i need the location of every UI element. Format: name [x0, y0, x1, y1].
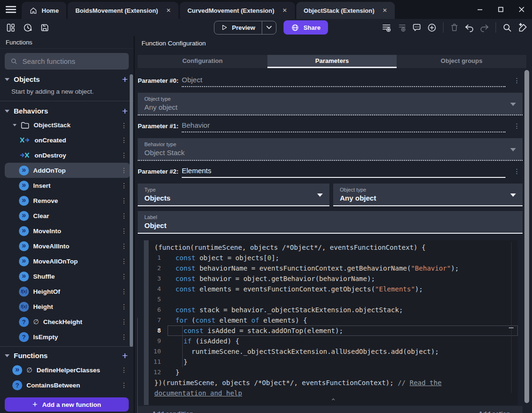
- add-action-button[interactable]: Add action: [479, 410, 510, 413]
- close-tab-icon[interactable]: ✕: [166, 7, 171, 14]
- section-objects[interactable]: Objects +: [0, 72, 133, 86]
- sidebar-scrollbar[interactable]: [130, 74, 133, 347]
- function-item-remove[interactable]: » Remove ⋮: [0, 193, 133, 208]
- minimize-button[interactable]: [470, 0, 490, 19]
- add-subevent-button[interactable]: [397, 23, 407, 33]
- section-behaviors[interactable]: Behaviors +: [0, 104, 133, 118]
- tab-objectstack[interactable]: ObjectStack (Extension) ✕: [296, 2, 395, 19]
- parameter-2-label-input[interactable]: Label Object: [138, 211, 523, 234]
- item-menu-button[interactable]: ⋮: [120, 197, 128, 204]
- item-menu-button[interactable]: ⋮: [120, 272, 128, 280]
- function-item-addontop[interactable]: » AddOnTop ⋮: [5, 163, 130, 178]
- add-comment-button[interactable]: [412, 23, 422, 33]
- parameter-1-name-input[interactable]: Behavior: [182, 121, 505, 132]
- chevron-down-icon[interactable]: [5, 354, 9, 357]
- code-editor[interactable]: (function(runtimeScene, objects /*Object…: [149, 240, 518, 405]
- parameter-menu-button[interactable]: ⋮: [513, 77, 521, 87]
- item-menu-button[interactable]: ⋮: [120, 151, 128, 159]
- add-behavior-button[interactable]: +: [122, 106, 128, 116]
- add-more-button[interactable]: [427, 23, 437, 33]
- preview-button[interactable]: Preview: [214, 21, 276, 35]
- parameter-1-behavior-type-select[interactable]: Behavior type Object Stack: [138, 138, 523, 161]
- search-functions-box[interactable]: [5, 53, 129, 70]
- item-menu-button[interactable]: ⋮: [120, 381, 128, 389]
- editor-layout-button[interactable]: [6, 23, 16, 33]
- chevron-down-icon[interactable]: [13, 124, 17, 126]
- main-menu-button[interactable]: [0, 0, 22, 19]
- event-drag-handle[interactable]: [144, 240, 149, 405]
- function-item-label: DefineHelperClasses: [36, 367, 100, 374]
- section-functions[interactable]: Functions +: [0, 349, 133, 362]
- parameter-2-type-select[interactable]: Type Objects: [138, 184, 329, 206]
- parameter-0-name-input[interactable]: Object: [182, 76, 505, 87]
- tab-home[interactable]: Home: [22, 2, 66, 19]
- parameter-2-name-input[interactable]: Elements: [182, 167, 505, 178]
- tab-parameters[interactable]: Parameters: [267, 55, 397, 68]
- parameter-0-object-type-select[interactable]: Object type Any object: [138, 93, 523, 115]
- add-new-function-button[interactable]: + Add a new function: [5, 397, 129, 412]
- search-functions-input[interactable]: [22, 57, 123, 65]
- function-item-moveallontop[interactable]: » MoveAllOnTop ⋮: [0, 254, 133, 269]
- add-event-button[interactable]: [381, 23, 391, 33]
- item-menu-button[interactable]: ⋮: [120, 366, 128, 374]
- item-menu-button[interactable]: ⋮: [120, 303, 128, 310]
- item-menu-button[interactable]: ⋮: [120, 257, 128, 265]
- function-item-ondestroy[interactable]: onDestroy ⋮: [0, 148, 133, 163]
- parameter-2-object-type-select[interactable]: Object type Any object: [333, 184, 523, 206]
- close-tab-icon[interactable]: ✕: [382, 7, 387, 14]
- tab-configuration[interactable]: Configuration: [138, 55, 267, 68]
- function-item-shuffle[interactable]: » Shuffle ⋮: [0, 269, 133, 284]
- function-item-label: IsEmpty: [33, 334, 58, 341]
- undo-button[interactable]: [464, 23, 474, 33]
- function-item-heightof[interactable]: f(x) HeightOf ⋮: [0, 284, 133, 299]
- function-item-insert[interactable]: » Insert ⋮: [0, 178, 133, 193]
- function-item-moveallinto[interactable]: » MoveAllInto ⋮: [0, 238, 133, 254]
- item-menu-button[interactable]: ⋮: [120, 333, 128, 341]
- function-item-moveinto[interactable]: » MoveInto ⋮: [0, 223, 133, 238]
- item-menu-button[interactable]: ⋮: [120, 167, 128, 174]
- function-item-checkheight[interactable]: ? ∅ CheckHeight ⋮: [0, 314, 133, 329]
- item-menu-button[interactable]: ⋮: [120, 182, 128, 189]
- overview-ruler-mark: [509, 327, 514, 328]
- preview-main[interactable]: Preview: [214, 21, 262, 34]
- main-scrollbar[interactable]: [524, 70, 529, 403]
- function-item-isempty[interactable]: ? IsEmpty ⋮: [0, 329, 133, 344]
- function-item-definehelperclasses[interactable]: » ∅ DefineHelperClasses ⋮: [0, 362, 133, 378]
- item-menu-button[interactable]: ⋮: [120, 318, 128, 325]
- collapse-editor-button[interactable]: ^: [331, 398, 335, 404]
- chevron-down-icon[interactable]: [5, 110, 9, 113]
- item-menu-button[interactable]: ⋮: [120, 288, 128, 295]
- save-button[interactable]: [40, 23, 50, 33]
- history-button[interactable]: [23, 23, 33, 33]
- maximize-button[interactable]: [490, 0, 511, 19]
- tab-boidsmovement[interactable]: BoidsMovement (Extension) ✕: [68, 2, 178, 19]
- item-menu-button[interactable]: ⋮: [120, 122, 128, 129]
- chevron-down-icon[interactable]: [5, 78, 9, 81]
- ai-edit-button[interactable]: [517, 22, 528, 33]
- function-item-containsbetween[interactable]: ? ContainsBetween ⋮: [0, 378, 133, 393]
- overview-ruler: [511, 242, 512, 393]
- parameter-menu-button[interactable]: ⋮: [513, 122, 521, 132]
- tab-object-groups[interactable]: Object groups: [397, 55, 526, 68]
- item-menu-button[interactable]: ⋮: [120, 227, 128, 235]
- search-button[interactable]: [502, 23, 512, 33]
- item-menu-button[interactable]: ⋮: [120, 212, 128, 220]
- function-item-clear[interactable]: » Clear ⋮: [0, 208, 133, 223]
- close-window-button[interactable]: [511, 0, 532, 19]
- add-subevent-icon: [397, 23, 407, 33]
- tab-curvedmovement[interactable]: CurvedMovement (Extension) ✕: [180, 2, 295, 19]
- preview-options-button[interactable]: [262, 21, 276, 34]
- parameter-menu-button[interactable]: ⋮: [513, 167, 521, 178]
- function-item-oncreated[interactable]: onCreated ⋮: [0, 132, 133, 148]
- delete-button[interactable]: [450, 23, 459, 32]
- close-tab-icon[interactable]: ✕: [282, 7, 287, 14]
- function-item-height[interactable]: f(x) Height ⋮: [0, 299, 133, 314]
- add-condition-button[interactable]: Add condition: [152, 410, 193, 413]
- behavior-group-objectstack[interactable]: ObjectStack ⋮: [0, 118, 133, 132]
- share-button[interactable]: Share: [284, 20, 328, 35]
- add-free-function-button[interactable]: +: [122, 351, 128, 360]
- add-object-button[interactable]: +: [122, 74, 128, 84]
- item-menu-button[interactable]: ⋮: [120, 242, 128, 250]
- redo-button[interactable]: [479, 23, 489, 33]
- item-menu-button[interactable]: ⋮: [120, 136, 128, 144]
